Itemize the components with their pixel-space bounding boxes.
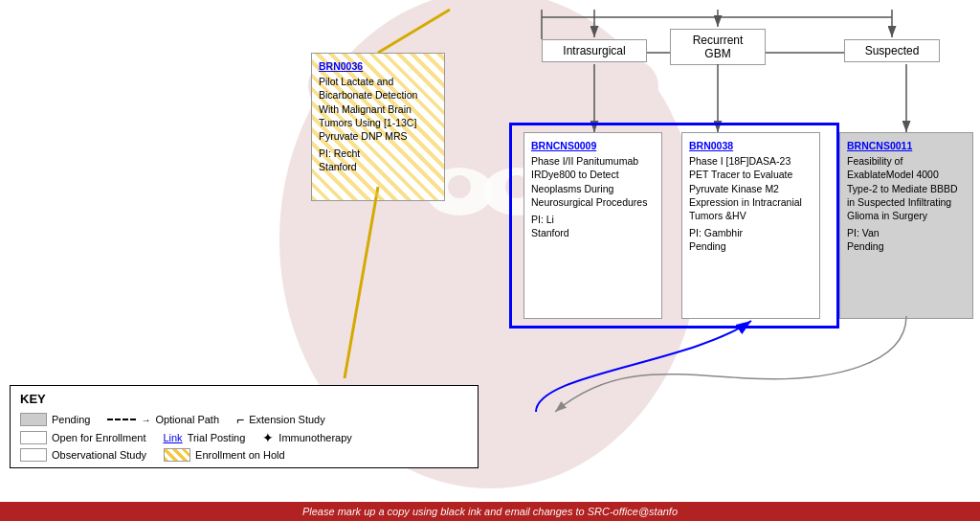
key-enrollment-hold-label: Enrollment on Hold	[195, 449, 285, 461]
key-open-enrollment: Open for Enrollment	[20, 431, 145, 444]
key-immunotherapy: ✦ Immunotherapy	[262, 430, 351, 445]
trial-description-BRNCNS0011: Feasibility of ExablateModel 4000 Type-2…	[847, 154, 966, 222]
key-pending-box	[20, 413, 47, 426]
trial-card-BRN0038: BRN0038 Phase I [18F]DASA-23 PET Tracer …	[681, 132, 820, 319]
trial-pi-BRN0036: PI: RechtStanford	[319, 147, 437, 173]
key-open-enrollment-box	[20, 431, 47, 444]
trial-description-BRNCNS0009: Phase I/II Panitumumab IRDye800 to Detec…	[531, 154, 655, 209]
key-immunotherapy-label: Immunotherapy	[278, 432, 351, 443]
trial-link-BRNCNS0009[interactable]: BRNCNS0009	[531, 139, 655, 152]
svg-point-7	[448, 175, 471, 198]
key-section: KEY Pending → Optional Path ⌐ Extension …	[10, 385, 479, 468]
key-extension-study: ⌐ Extension Study	[236, 412, 325, 427]
key-observational-box	[20, 448, 47, 462]
key-optional-path-label: Optional Path	[155, 414, 219, 425]
svg-point-9	[471, 214, 505, 237]
trial-pi-BRN0038: PI: GambhirPending	[689, 226, 813, 253]
trial-description-BRN0038: Phase I [18F]DASA-23 PET Tracer to Evalu…	[689, 154, 813, 222]
key-pending-label: Pending	[52, 414, 90, 425]
key-observational: Observational Study	[20, 448, 146, 462]
key-hatch-box	[164, 448, 190, 462]
bottom-bar: Please mark up a copy using black ink an…	[0, 502, 980, 521]
svg-line-20	[345, 187, 378, 378]
key-link-anchor[interactable]: Link	[163, 432, 182, 443]
trial-pi-BRNCNS0011: PI: VanPending	[847, 226, 966, 253]
svg-line-19	[378, 10, 450, 53]
key-title: KEY	[20, 392, 468, 406]
trial-description-BRN0036: Pilot Lactate and Bicarbonate Detection …	[319, 75, 437, 143]
category-intrasurgical: Intrasurgical	[542, 39, 647, 62]
key-extension-study-label: Extension Study	[249, 414, 325, 425]
key-link-trial-posting: Link Trial Posting	[163, 432, 245, 443]
key-open-enrollment-label: Open for Enrollment	[52, 432, 145, 443]
key-dashed-line	[107, 419, 136, 420]
key-observational-label: Observational Study	[52, 449, 146, 461]
trial-card-BRNCNS0009: BRNCNS0009 Phase I/II Panitumumab IRDye8…	[523, 132, 662, 319]
category-recurrent-gbm: RecurrentGBM	[670, 29, 766, 65]
trial-link-BRNCNS0011[interactable]: BRNCNS0011	[847, 139, 966, 152]
key-optional-path: → Optional Path	[107, 414, 219, 425]
trial-pi-BRNCNS0009: PI: LiStanford	[531, 213, 655, 239]
key-enrollment-hold: Enrollment on Hold	[164, 448, 285, 462]
bottom-bar-text: Please mark up a copy using black ink an…	[302, 506, 678, 517]
trial-card-BRNCNS0011: BRNCNS0011 Feasibility of ExablateModel …	[839, 132, 973, 319]
category-suspected: Suspected	[844, 39, 940, 62]
key-pending: Pending	[20, 413, 90, 426]
trial-card-BRN0036: BRN0036 Pilot Lactate and Bicarbonate De…	[311, 53, 445, 201]
key-trial-posting-label: Trial Posting	[188, 432, 246, 443]
svg-point-4	[605, 59, 658, 113]
trial-link-BRN0036[interactable]: BRN0036	[319, 59, 437, 73]
trial-link-BRN0038[interactable]: BRN0038	[689, 139, 813, 152]
